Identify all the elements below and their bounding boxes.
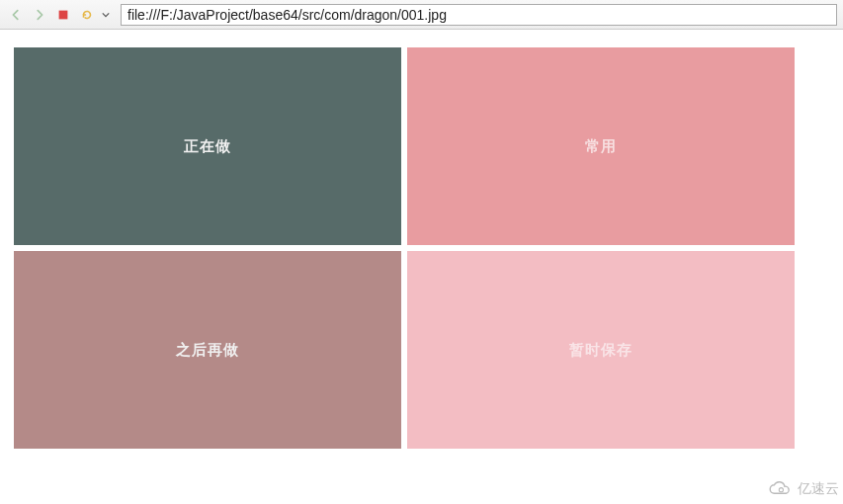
tile-doing[interactable]: 正在做 <box>14 47 401 245</box>
tile-label: 暂时保存 <box>569 341 632 360</box>
tile-later[interactable]: 之后再做 <box>14 251 401 449</box>
refresh-icon <box>80 8 94 22</box>
watermark: 亿速云 <box>766 480 839 498</box>
tile-save[interactable]: 暂时保存 <box>407 251 795 449</box>
tile-label: 正在做 <box>184 137 231 156</box>
tile-label: 之后再做 <box>176 341 239 360</box>
stop-button[interactable] <box>53 5 73 25</box>
arrow-right-icon <box>33 8 46 22</box>
content-area: 正在做 常用 之后再做 暂时保存 <box>0 30 843 462</box>
back-button[interactable] <box>6 5 26 25</box>
chevron-down-icon <box>102 11 110 19</box>
browser-toolbar <box>0 0 843 30</box>
cloud-icon <box>766 480 794 498</box>
stop-icon <box>56 8 70 22</box>
svg-point-1 <box>779 488 783 492</box>
svg-rect-0 <box>59 10 68 19</box>
refresh-button[interactable] <box>77 5 97 25</box>
arrow-left-icon <box>9 8 23 22</box>
tile-frequent[interactable]: 常用 <box>407 47 795 245</box>
address-bar[interactable] <box>121 4 837 26</box>
tile-grid: 正在做 常用 之后再做 暂时保存 <box>14 47 795 449</box>
tile-label: 常用 <box>585 137 617 156</box>
forward-button[interactable] <box>30 5 49 25</box>
history-dropdown[interactable] <box>101 5 111 25</box>
watermark-text: 亿速云 <box>798 480 839 498</box>
